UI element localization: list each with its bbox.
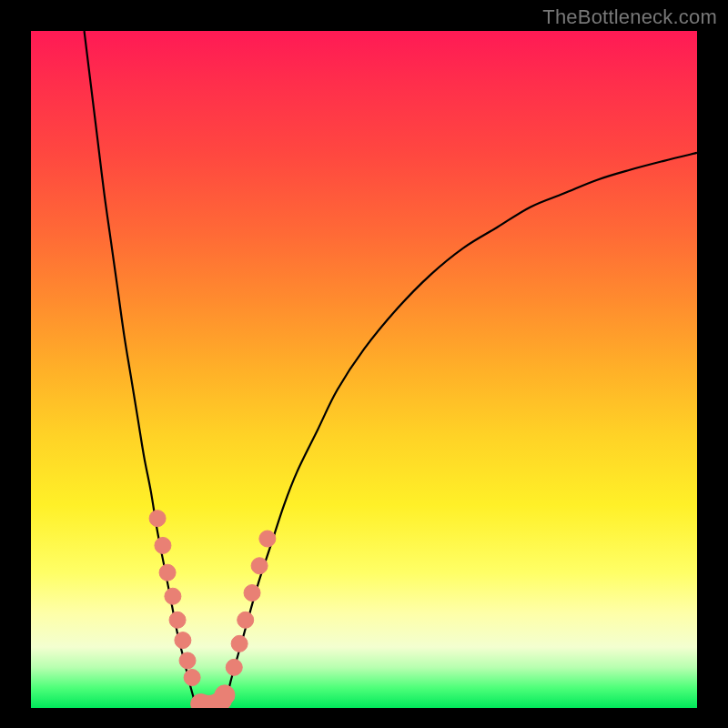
curve-marker [179, 652, 196, 669]
curve-overlay [31, 31, 697, 708]
curve-marker [244, 585, 260, 602]
curve-marker [226, 659, 242, 675]
curve-marker [251, 558, 268, 574]
curve-marker [238, 612, 254, 628]
curve-marker [231, 635, 248, 652]
curve-markers [149, 511, 276, 708]
curve-marker [155, 537, 171, 553]
chart-stage: TheBottleneck.com [0, 0, 728, 728]
curve-marker [169, 612, 186, 628]
curve-marker [215, 685, 235, 705]
curve-marker [165, 588, 181, 604]
watermark-text: TheBottleneck.com [542, 5, 717, 29]
bottleneck-curve [85, 31, 697, 708]
plot-area [31, 31, 697, 708]
curve-marker [175, 632, 191, 649]
curve-marker [159, 564, 176, 581]
curve-marker [149, 511, 166, 527]
curve-marker [184, 670, 200, 686]
curve-marker [259, 531, 276, 547]
